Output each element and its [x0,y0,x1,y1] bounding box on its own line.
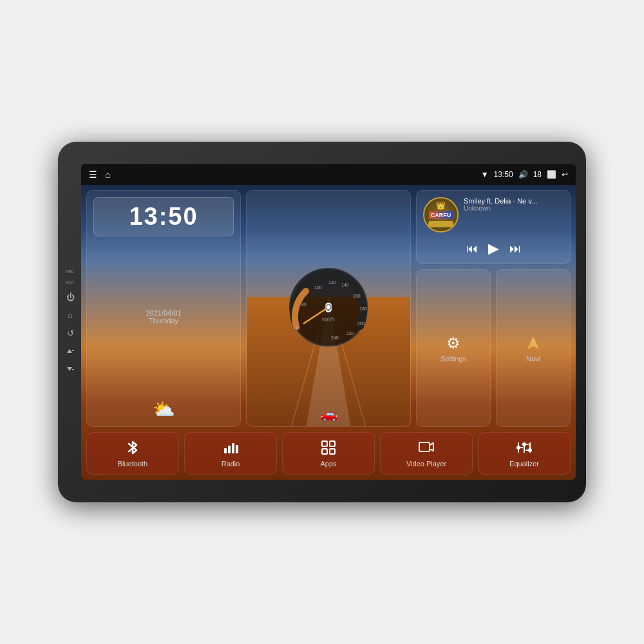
car-icon: 🚗 [320,406,337,422]
power-button[interactable]: ⏻ [64,291,76,303]
svg-text:40: 40 [295,326,300,330]
svg-text:140: 140 [341,283,349,287]
svg-text:km/h: km/h [322,316,335,323]
svg-text:200: 200 [357,321,365,326]
svg-text:100: 100 [314,285,322,290]
music-info: Smiley ft. Delia - Ne v... Unknown [464,197,564,212]
svg-rect-3 [72,369,74,370]
screen: ☰ ⌂ ▼ 13:50 🔊 18 ⬜ ↩ 13:50 [81,164,576,480]
status-time: 13:50 [494,170,513,179]
svg-text:80: 80 [301,302,307,307]
svg-rect-30 [322,449,327,454]
svg-point-39 [522,442,526,446]
speedometer-svg: 0 km/h 40 80 100 120 140 160 180 200 220 [283,262,374,352]
main-content: 13:50 2021/04/01 Thursday ⛅ [81,185,576,480]
vol-down-button[interactable] [64,363,76,375]
navi-icon [524,334,542,352]
radio-icon [222,439,239,456]
bluetooth-icon [124,439,141,456]
bottom-buttons: Bluetooth Radio [86,432,571,475]
settings-icon: ⚙ [446,334,460,352]
carfu-logo: CARFU [429,211,453,219]
device-shell: MIC RST ⏻ ⌂ ↺ ☰ ⌂ ▼ 13:50 [58,142,586,502]
top-grid: 13:50 2021/04/01 Thursday ⛅ [86,190,571,427]
play-button[interactable]: ▶ [488,240,499,257]
svg-point-36 [516,446,520,450]
settings-label: Settings [440,355,466,363]
music-controls: ⏮ ▶ ⏭ [423,240,564,257]
radio-label: Radio [222,460,240,468]
clock-widget: 13:50 2021/04/01 Thursday ⛅ [86,190,241,427]
equalizer-button[interactable]: Equalizer [478,432,571,475]
equalizer-label: Equalizer [509,460,539,468]
settings-widget[interactable]: ⚙ Settings [416,269,491,427]
svg-marker-0 [67,349,72,353]
svg-marker-33 [430,443,433,451]
side-buttons: MIC RST ⏻ ⌂ ↺ [64,269,76,375]
svg-point-22 [327,305,330,309]
svg-rect-1 [72,350,74,351]
bluetooth-button[interactable]: Bluetooth [86,432,179,475]
next-button[interactable]: ⏭ [509,242,521,256]
navi-widget[interactable]: Navi [496,269,571,427]
svg-text:220: 220 [346,331,354,336]
svg-point-42 [528,448,532,452]
svg-rect-25 [228,446,231,453]
bluetooth-label: Bluetooth [118,460,147,468]
svg-text:180: 180 [359,307,367,311]
video-icon [418,439,435,456]
navi-label: Navi [526,355,540,363]
home-status-icon[interactable]: ⌂ [105,169,110,180]
volume-icon: 🔊 [518,170,528,179]
video-label: Video Player [406,460,446,468]
video-button[interactable]: Video Player [380,432,473,475]
back-status-icon[interactable]: ↩ [562,170,568,179]
hamburger-icon[interactable]: ☰ [89,169,97,180]
svg-text:160: 160 [353,294,361,298]
music-title: Smiley ft. Delia - Ne v... [464,197,564,205]
svg-marker-2 [67,367,72,371]
radio-button[interactable]: Radio [184,432,277,475]
svg-rect-24 [224,448,227,453]
crown-icon: 👑 [436,201,446,210]
svg-marker-23 [528,337,538,348]
apps-label: Apps [320,460,336,468]
wifi-icon: ▼ [481,170,489,179]
right-column: 👑 CARFU Smiley ft. Delia - Ne v... Unkno… [416,190,571,427]
svg-rect-31 [330,449,335,454]
ribbon-decoration [428,221,454,227]
apps-icon [320,439,337,456]
home-side-button[interactable]: ⌂ [64,309,76,321]
volume-level: 18 [533,170,542,179]
clock-display: 13:50 [93,197,234,236]
status-bar: ☰ ⌂ ▼ 13:50 🔊 18 ⬜ ↩ [81,164,576,185]
svg-rect-26 [232,443,234,453]
vol-up-button[interactable] [64,345,76,357]
mic-label: MIC [66,269,75,274]
svg-rect-32 [419,442,430,451]
rst-label: RST [66,280,75,285]
back-side-button[interactable]: ↺ [64,327,76,339]
music-artist: Unknown [464,205,564,212]
svg-rect-29 [330,441,335,446]
music-widget[interactable]: 👑 CARFU Smiley ft. Delia - Ne v... Unkno… [416,190,571,264]
prev-button[interactable]: ⏮ [466,242,478,256]
settings-navi-row: ⚙ Settings Navi [416,269,571,427]
equalizer-icon [516,439,533,456]
speedometer-widget: 🚗 0 km/h [246,190,411,427]
svg-text:120: 120 [328,280,336,285]
window-icon[interactable]: ⬜ [547,170,556,179]
svg-rect-28 [322,441,327,446]
weather-icon: ⛅ [93,399,234,420]
svg-text:240: 240 [331,336,339,340]
clock-date: 2021/04/01 Thursday [93,309,234,325]
album-art: 👑 CARFU [423,197,459,232]
apps-button[interactable]: Apps [282,432,375,475]
clock-time: 13:50 [129,203,198,230]
svg-rect-27 [236,445,238,453]
